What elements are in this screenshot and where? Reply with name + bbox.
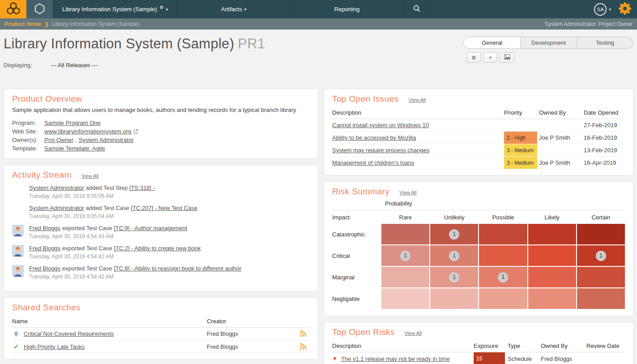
risk-cell[interactable]: 1 bbox=[430, 267, 478, 287]
snapshot-button[interactable] bbox=[500, 52, 514, 63]
risk-view-all-link[interactable]: View All bbox=[399, 190, 416, 195]
shared-searches-card: Shared Searches Name Creator Critical No… bbox=[4, 297, 318, 360]
activity-date: Tuesday, April 30, 2019 4:54:42 AM bbox=[29, 253, 201, 260]
risks-view-all-link[interactable]: View All bbox=[405, 330, 422, 336]
chevron-down-icon: ▾ bbox=[609, 7, 611, 12]
risk-triangle-icon: ▼ bbox=[332, 355, 338, 362]
activity-view-all-link[interactable]: View All bbox=[81, 173, 98, 179]
dashboard-settings-button[interactable]: ⚙ bbox=[467, 52, 481, 63]
add-widget-button[interactable]: + bbox=[483, 52, 497, 63]
search-button[interactable] bbox=[404, 0, 430, 18]
risk-cell[interactable] bbox=[528, 267, 576, 287]
activity-artifact-link[interactable]: [TC:9] - Author management bbox=[114, 225, 187, 231]
breadcrumb-home-link[interactable]: Product Home bbox=[4, 21, 41, 27]
card-title-activity-stream: Activity Stream bbox=[12, 170, 72, 180]
reporting-menu-label: Reporting bbox=[334, 6, 359, 13]
issue-date-opened: 27-Feb-2019 bbox=[584, 119, 625, 131]
program-link[interactable]: Sample Program One bbox=[44, 119, 101, 127]
app-logo[interactable] bbox=[0, 0, 26, 18]
column-type: Type bbox=[508, 343, 541, 349]
impact-axis-label: Impact bbox=[332, 214, 380, 221]
risk-cell[interactable] bbox=[577, 267, 625, 287]
chevron-down-icon: ▾ bbox=[166, 7, 168, 12]
risk-cell[interactable]: 1 bbox=[381, 245, 429, 266]
owner-link-2[interactable]: System Administrator bbox=[79, 136, 134, 144]
activity-user-link[interactable]: Fred Bloggs bbox=[29, 225, 60, 231]
website-label: Web Site: bbox=[12, 127, 44, 136]
issue-link[interactable]: Management of children's loans bbox=[332, 159, 414, 166]
rss-icon[interactable] bbox=[299, 343, 310, 350]
tab-testing[interactable]: Testing bbox=[577, 37, 633, 48]
user-role-label: System Administrator: Project Owner bbox=[545, 21, 633, 27]
issue-row: Ability to be accessed by Mozilla 2 - Hi… bbox=[332, 132, 625, 144]
template-link[interactable]: Sample Template: Agile bbox=[44, 144, 105, 153]
tab-general[interactable]: General bbox=[464, 37, 520, 48]
product-home-button[interactable] bbox=[26, 0, 53, 18]
risk-cell[interactable]: 1 bbox=[577, 245, 625, 266]
issue-link[interactable]: System may require process changes bbox=[332, 147, 429, 154]
issue-link[interactable]: Ability to be accessed by Mozilla bbox=[332, 134, 416, 141]
shared-search-creator: Fred Bloggs bbox=[207, 343, 295, 350]
risk-cell[interactable] bbox=[479, 288, 527, 309]
artifacts-menu[interactable]: Artifacts ▾ bbox=[177, 0, 291, 18]
risk-cell[interactable]: 1 bbox=[430, 245, 478, 266]
risk-cell[interactable] bbox=[528, 288, 576, 309]
task-check-icon: ✓ bbox=[13, 343, 19, 350]
shared-search-creator: Fred Bloggs bbox=[207, 330, 295, 337]
risks-table-header: Description Exposure Type Owned By Revie… bbox=[332, 340, 625, 352]
risk-cell[interactable] bbox=[479, 224, 527, 244]
activity-artifact-link[interactable]: [TC:6] - Ability to reassign book to dif… bbox=[114, 265, 241, 272]
activity-user-link[interactable]: Fred Bloggs bbox=[29, 265, 60, 272]
column-date-opened: Date Opened bbox=[584, 109, 625, 116]
risk-cell[interactable] bbox=[381, 224, 429, 244]
activity-artifact-link[interactable]: [TC:207] - New Test Case bbox=[131, 205, 197, 211]
risk-cell[interactable] bbox=[381, 267, 429, 287]
issues-view-all-link[interactable]: View All bbox=[409, 97, 426, 103]
card-title-risk-summary: Risk Summary bbox=[332, 187, 389, 197]
activity-user-link[interactable]: System Administrator bbox=[29, 205, 84, 211]
risk-cell[interactable] bbox=[528, 224, 576, 244]
risk-cell[interactable] bbox=[430, 288, 478, 309]
template-label: Template: bbox=[12, 144, 44, 153]
risk-cell[interactable] bbox=[577, 288, 625, 309]
issue-date-opened: 16-Feb-2019 bbox=[584, 132, 625, 144]
user-menu[interactable]: SA ▾ bbox=[594, 0, 611, 18]
risk-cell[interactable] bbox=[381, 288, 429, 309]
reporting-menu[interactable]: Reporting bbox=[291, 0, 404, 18]
product-overview-card: Product Overview Sample application that… bbox=[4, 89, 318, 159]
activity-user-link[interactable]: Fred Bloggs bbox=[29, 245, 60, 252]
issue-row: Cannot install system on Windows 10 27-F… bbox=[332, 119, 625, 132]
activity-artifact-link[interactable]: [TS:318] - bbox=[129, 184, 155, 191]
release-filter-row: Displaying: --- All Releases --- bbox=[4, 62, 98, 69]
issue-link[interactable]: Cannot install system on Windows 10 bbox=[332, 122, 429, 128]
activity-user-link[interactable]: System Administrator bbox=[29, 184, 84, 191]
shared-search-link[interactable]: Critical Not-Covered Requirements bbox=[24, 330, 114, 337]
risk-summary-card: Risk Summary View All Probability Impact… bbox=[324, 181, 633, 316]
owner-link-1[interactable]: Proj Owner bbox=[44, 136, 73, 144]
activity-artifact-link[interactable]: [TC:2] - Ability to create new book bbox=[114, 245, 201, 252]
tab-development[interactable]: Development bbox=[520, 37, 577, 48]
risk-cell[interactable]: 1 bbox=[479, 267, 527, 287]
risk-cell[interactable] bbox=[479, 245, 527, 266]
website-link[interactable]: www.libraryinformationsystem.org bbox=[44, 127, 131, 136]
release-filter-value[interactable]: --- All Releases --- bbox=[51, 62, 98, 69]
breadcrumb-chevron-icon: ❯ bbox=[44, 21, 49, 27]
shared-search-link[interactable]: High Priority Late Tasks bbox=[24, 343, 85, 350]
column-description: Description bbox=[332, 343, 474, 349]
column-name: Name bbox=[12, 318, 207, 325]
chevron-down-icon: ▾ bbox=[244, 7, 247, 12]
risk-matrix-row: Catastrophic 1 bbox=[332, 224, 625, 244]
product-menu[interactable]: Library Information System (Sample) ⚙ ▾ bbox=[53, 0, 177, 18]
card-title-product-overview: Product Overview bbox=[12, 94, 82, 104]
risk-cell[interactable] bbox=[528, 245, 576, 266]
rss-icon[interactable] bbox=[299, 330, 310, 337]
system-administration-button[interactable] bbox=[618, 0, 632, 18]
card-title-shared-searches: Shared Searches bbox=[12, 303, 81, 313]
risk-count-badge: 1 bbox=[498, 272, 508, 283]
risk-link[interactable]: The v1.1 release may not be ready in tim… bbox=[341, 355, 450, 362]
risk-cell[interactable]: 1 bbox=[430, 224, 478, 244]
template-field: Template: Sample Template: Agile bbox=[12, 144, 310, 153]
activity-item: System Administrator added Test Step [TS… bbox=[12, 184, 310, 199]
risk-cell[interactable] bbox=[577, 224, 625, 244]
product-name: Library Information System (Sample) bbox=[4, 36, 234, 51]
